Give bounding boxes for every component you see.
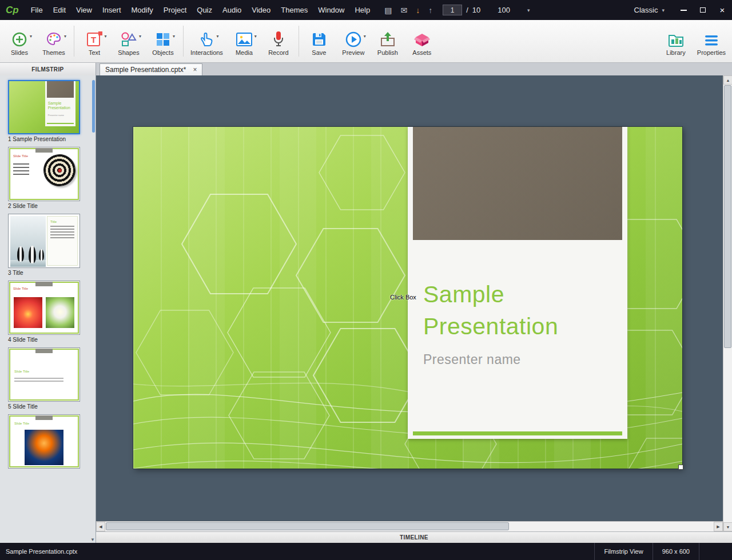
vertical-scrollbar-thumb[interactable]	[724, 85, 731, 348]
close-button[interactable]: ×	[713, 0, 732, 20]
thumb-body-lines	[14, 378, 63, 383]
accent-bar	[413, 431, 622, 435]
menu-file[interactable]: File	[26, 0, 48, 20]
menu-video[interactable]: Video	[246, 0, 276, 20]
scroll-up-icon[interactable]: ▲	[723, 75, 732, 85]
slides-button[interactable]: ▾ Slides	[2, 21, 37, 62]
menu-modify[interactable]: Modify	[126, 0, 158, 20]
horizontal-scrollbar[interactable]: ◀ ▶	[96, 521, 723, 531]
svg-text:T: T	[90, 35, 96, 45]
interactions-button[interactable]: ▾ Interactions	[186, 21, 227, 62]
menu-help[interactable]: Help	[349, 0, 375, 20]
chevron-down-icon[interactable]: ▾	[527, 7, 530, 13]
vertical-scrollbar[interactable]: ▲ ▼	[723, 75, 732, 531]
minimize-button[interactable]	[674, 0, 693, 20]
workspace: Sample Presentation Presenter name Click…	[96, 75, 732, 543]
status-stage-size[interactable]: 960 x 600	[653, 543, 699, 560]
slide-thumbnail[interactable]: Slide Title	[8, 414, 80, 469]
chevron-down-icon: ▾	[254, 34, 257, 39]
filmstrip-slide-6[interactable]: Slide Title	[8, 414, 83, 469]
filmstrip-slide-1[interactable]: Sample Presentation Presenter name 1 Sam…	[8, 80, 83, 142]
workspace-name: Classic	[634, 6, 658, 14]
toolbar-label: Themes	[42, 49, 65, 56]
slide-subtitle-text[interactable]: Presenter name	[423, 352, 521, 367]
menu-themes[interactable]: Themes	[276, 0, 313, 20]
timeline-panel-header[interactable]: TIMELINE	[96, 531, 732, 543]
slide-label: 2 Slide Title	[8, 203, 83, 209]
red-flower-image	[14, 297, 42, 328]
shapes-icon	[120, 30, 137, 47]
stage-canvas[interactable]: Sample Presentation Presenter name Click…	[96, 75, 723, 521]
filmstrip-scrollbar-thumb[interactable]	[92, 80, 95, 133]
slide-stage[interactable]: Sample Presentation Presenter name Click…	[133, 127, 682, 469]
filmstrip-scroll-down-icon[interactable]: ▼	[90, 537, 96, 542]
filmstrip-slide-5[interactable]: Slide Title 5 Slide Title	[8, 347, 83, 410]
slide-thumbnail[interactable]: Slide Title	[8, 281, 80, 335]
workspace-switcher[interactable]: Classic ▾	[631, 3, 668, 17]
slide-thumbnail[interactable]: Slide Title	[8, 147, 80, 201]
current-slide-input[interactable]	[443, 5, 462, 15]
menu-insert[interactable]: Insert	[97, 0, 126, 20]
thumb-title-text: Sample Presentation	[48, 101, 74, 110]
menu-audio[interactable]: Audio	[217, 0, 246, 20]
filmstrip-slide-4[interactable]: Slide Title 4 Slide Title	[8, 281, 83, 343]
save-button[interactable]: Save	[302, 21, 336, 62]
mail-icon[interactable]: ✉	[400, 6, 407, 15]
slide-thumbnail[interactable]: Slide Title	[8, 347, 80, 402]
properties-button[interactable]: Properties	[693, 21, 730, 62]
slide-thumbnail[interactable]: Sample Presentation Presenter name	[8, 80, 80, 134]
slide-label: 1 Sample Presentation	[8, 136, 83, 142]
toolbar-label: Publish	[377, 49, 398, 56]
menu-edit[interactable]: Edit	[48, 0, 71, 20]
media-button[interactable]: ▾ Media	[227, 21, 261, 62]
preview-button[interactable]: ▾ Preview	[336, 21, 371, 62]
assets-button[interactable]: Assets	[405, 21, 439, 62]
slide-pager: / 10	[443, 5, 480, 15]
status-file-name: Sample Presentation.cptx	[0, 548, 77, 555]
menu-window[interactable]: Window	[313, 0, 349, 20]
captivate-window: Cp File Edit View Insert Modify Project …	[0, 0, 732, 560]
menu-quiz[interactable]: Quiz	[192, 0, 217, 20]
thumb-title-text: Title	[50, 220, 77, 223]
filmstrip-panel-header: FILMSTRIP	[0, 63, 96, 75]
filmstrip-slide-2[interactable]: Slide Title 2 Slide Title	[8, 147, 83, 209]
document-tab[interactable]: Sample Presentation.cptx* ×	[100, 63, 202, 75]
total-slides-label: 10	[472, 6, 480, 14]
next-slide-icon[interactable]: ↑	[428, 6, 432, 15]
record-button[interactable]: Record	[261, 21, 296, 62]
status-bar: Sample Presentation.cptx Filmstrip View …	[0, 543, 732, 560]
image-placeholder[interactable]	[413, 127, 622, 240]
slide-thumbnail[interactable]: Title	[8, 214, 80, 268]
menu-project[interactable]: Project	[158, 0, 192, 20]
menu-view[interactable]: View	[71, 0, 97, 20]
library-button[interactable]: Library	[659, 21, 693, 62]
themes-button[interactable]: ▾ Themes	[37, 21, 71, 62]
scroll-left-icon[interactable]: ◀	[96, 522, 105, 531]
click-box-object[interactable]: Click Box	[390, 294, 416, 301]
toolbar-label: Preview	[342, 49, 364, 56]
thumb-tab	[35, 148, 53, 153]
maximize-button[interactable]	[693, 0, 713, 20]
objects-button[interactable]: ▾ Objects	[146, 21, 180, 62]
window-controls: ×	[674, 0, 732, 20]
zoom-control[interactable]: 100 ▾	[498, 6, 530, 14]
status-view-mode[interactable]: Filmstrip View	[594, 543, 652, 560]
shapes-button[interactable]: ▾ Shapes	[112, 21, 146, 62]
chevron-down-icon: ▾	[662, 7, 665, 13]
scroll-down-icon[interactable]: ▼	[723, 522, 732, 531]
scroll-right-icon[interactable]: ▶	[714, 522, 723, 531]
tab-row: FILMSTRIP Sample Presentation.cptx* ×	[0, 63, 732, 75]
publish-button[interactable]: Publish	[371, 21, 405, 62]
horizontal-scrollbar-thumb[interactable]	[106, 522, 509, 530]
zoom-value[interactable]: 100	[498, 6, 510, 14]
toolbar-label: Library	[666, 49, 686, 56]
previous-slide-icon[interactable]: ↓	[416, 6, 420, 15]
maximize-icon	[700, 7, 706, 13]
slide-title-text[interactable]: Sample Presentation	[423, 279, 613, 343]
stage-resize-handle[interactable]	[678, 465, 683, 470]
save-floppy-icon	[311, 31, 327, 47]
slide-notes-icon[interactable]: ▤	[384, 6, 392, 15]
close-tab-icon[interactable]: ×	[193, 66, 197, 74]
text-button[interactable]: T ▾ Text	[77, 21, 112, 62]
filmstrip-slide-3[interactable]: Title 3 Title	[8, 214, 83, 276]
